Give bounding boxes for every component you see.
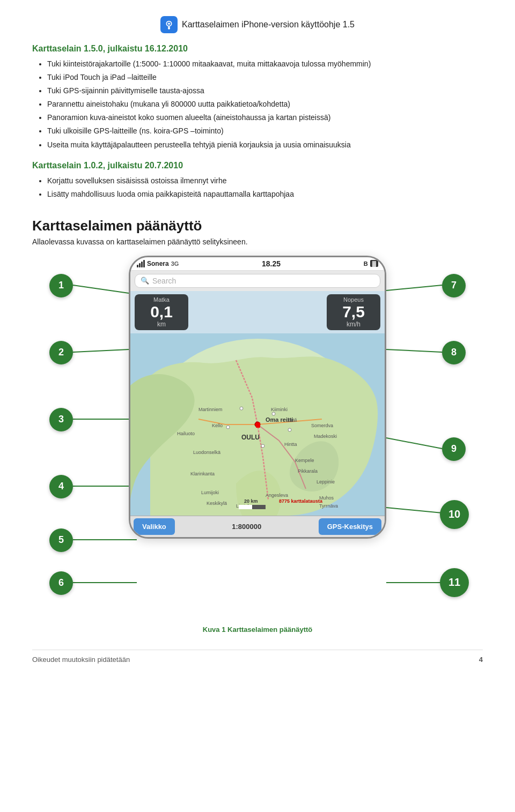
svg-text:Kello: Kello bbox=[212, 423, 223, 428]
svg-text:Tyrrnäva: Tyrrnäva bbox=[319, 503, 338, 509]
svg-line-8 bbox=[386, 285, 442, 290]
svg-line-10 bbox=[386, 438, 442, 449]
svg-line-9 bbox=[386, 349, 442, 352]
svg-text:Angesleva: Angesleva bbox=[266, 493, 288, 498]
search-bar-area: 🔍 Search bbox=[130, 271, 385, 291]
gps-keskitys-button[interactable]: GPS-Keskitys bbox=[319, 518, 381, 535]
footer-left-text: Oikeudet muutoksiin pidätetään bbox=[32, 655, 130, 664]
svg-line-11 bbox=[386, 508, 442, 513]
svg-text:OULU: OULU bbox=[241, 434, 260, 441]
svg-point-1 bbox=[168, 23, 170, 25]
list-item: Tuki ulkoisille GPS-laitteille (ns. koir… bbox=[47, 125, 483, 137]
status-time: 18.25 bbox=[262, 259, 281, 268]
phone-diagram: 1 2 3 4 5 6 7 8 9 10 11 bbox=[38, 256, 477, 620]
page-footer: Oikeudet muutoksiin pidätetään 4 bbox=[32, 650, 483, 664]
list-item: Korjattu sovelluksen sisäisissä ostoissa… bbox=[47, 175, 483, 187]
battery-icon: ▓ bbox=[370, 260, 378, 267]
svg-text:Kiiminki: Kiiminki bbox=[271, 407, 288, 412]
section1-list: Tuki kiinteistörajakartoille (1:5000- 1:… bbox=[47, 58, 483, 151]
svg-text:20 km: 20 km bbox=[244, 498, 258, 504]
number-5: 5 bbox=[49, 528, 73, 552]
section1-heading: Karttaselain 1.5.0, julkaistu 16.12.2010 bbox=[32, 44, 483, 54]
list-item: Tuki iPod Touch ja iPad –laitteille bbox=[47, 71, 483, 84]
number-10: 10 bbox=[440, 500, 469, 529]
matka-label: Matka bbox=[141, 296, 182, 303]
svg-rect-21 bbox=[256, 422, 260, 428]
number-7: 7 bbox=[442, 274, 466, 297]
section2-heading: Karttaselain 1.0.2, julkaistu 20.7.2010 bbox=[32, 161, 483, 170]
network-type: 3G bbox=[171, 260, 179, 267]
svg-text:Martinniem: Martinniem bbox=[198, 407, 223, 412]
search-bar[interactable]: 🔍 Search bbox=[135, 274, 380, 288]
list-item: Panoramion kuva-aineistot koko suomen al… bbox=[47, 111, 483, 124]
list-item: Lisätty mahdollisuus luoda omia paikkapi… bbox=[47, 188, 483, 200]
page-header-title: Karttaselaimen iPhone-version käyttöohje… bbox=[182, 20, 355, 29]
number-6: 6 bbox=[49, 571, 73, 595]
svg-text:Pikkarala: Pikkarala bbox=[298, 468, 318, 474]
svg-text:Somerdva: Somerdva bbox=[311, 423, 333, 428]
status-bar: Sonera 3G 18.25 B ▓ bbox=[130, 257, 385, 271]
main-section-subtext: Allaolevassa kuvassa on karttaselaimen p… bbox=[32, 237, 483, 246]
bluetooth-icon: B bbox=[364, 260, 368, 267]
list-item: Useita muita käyttäjäpalautteen perustee… bbox=[47, 139, 483, 151]
page-number: 4 bbox=[479, 655, 483, 664]
svg-rect-44 bbox=[239, 505, 252, 509]
number-8: 8 bbox=[442, 341, 466, 364]
search-icon: 🔍 bbox=[141, 277, 149, 285]
svg-text:8775 karttalatausta: 8775 karttalatausta bbox=[279, 498, 323, 504]
svg-text:Madekoski: Madekoski bbox=[314, 434, 337, 439]
svg-point-17 bbox=[272, 412, 275, 415]
figure-caption: Kuva 1 Karttaselaimen päänäyttö bbox=[32, 625, 483, 634]
svg-text:Hailuoto: Hailuoto bbox=[177, 431, 195, 436]
svg-point-20 bbox=[261, 444, 264, 448]
svg-text:Jääli: Jääli bbox=[287, 418, 297, 423]
bottom-bar: Valikko 1:800000 GPS-Keskitys bbox=[130, 516, 385, 537]
number-2: 2 bbox=[49, 341, 73, 364]
app-icon bbox=[160, 16, 178, 33]
map-area: Oma reitti OULU Martinniem Kello Kiimink… bbox=[130, 333, 385, 516]
list-item: Tuki GPS-sijainnin päivittymiselle taust… bbox=[47, 85, 483, 97]
svg-text:Hintta: Hintta bbox=[284, 442, 297, 447]
svg-point-18 bbox=[226, 426, 230, 429]
svg-point-16 bbox=[240, 407, 243, 410]
search-placeholder-text: Search bbox=[152, 277, 176, 285]
nopeus-unit: km/h bbox=[333, 321, 374, 328]
matka-box: Matka 0,1 km bbox=[135, 294, 188, 330]
phone-mockup: Sonera 3G 18.25 B ▓ 🔍 Search bbox=[129, 256, 386, 539]
number-11: 11 bbox=[440, 568, 469, 597]
svg-text:Keskikylä: Keskikylä bbox=[207, 501, 227, 506]
signal-bars bbox=[137, 260, 145, 267]
matka-unit: km bbox=[141, 321, 182, 328]
svg-line-2 bbox=[73, 285, 129, 293]
number-3: 3 bbox=[49, 408, 73, 431]
list-item: Tuki kiinteistörajakartoille (1:5000- 1:… bbox=[47, 58, 483, 70]
list-item: Parannettu aineistohaku (mukana yli 8000… bbox=[47, 98, 483, 110]
number-4: 4 bbox=[49, 475, 73, 498]
nopeus-value: 7,5 bbox=[333, 303, 374, 321]
svg-line-3 bbox=[73, 349, 129, 352]
carrier-name: Sonera bbox=[147, 260, 169, 267]
page-header: Karttaselaimen iPhone-version käyttöohje… bbox=[32, 16, 483, 33]
svg-text:Leppinie: Leppinie bbox=[317, 479, 335, 485]
scale-display: 1:800000 bbox=[232, 523, 261, 531]
svg-text:Klarinkanta: Klarinkanta bbox=[190, 471, 215, 476]
svg-point-19 bbox=[288, 428, 291, 431]
number-9: 9 bbox=[442, 437, 466, 461]
svg-text:Luodonselkä: Luodonselkä bbox=[193, 450, 220, 455]
section2-list: Korjattu sovelluksen sisäisissä ostoissa… bbox=[47, 175, 483, 200]
svg-text:Kempele: Kempele bbox=[295, 458, 314, 463]
nopeus-label: Nopeus bbox=[333, 296, 374, 303]
number-1: 1 bbox=[49, 274, 73, 297]
matka-value: 0,1 bbox=[141, 303, 182, 321]
svg-text:Lumijoki: Lumijoki bbox=[201, 490, 219, 495]
nopeus-box: Nopeus 7,5 km/h bbox=[327, 294, 380, 330]
valikko-button[interactable]: Valikko bbox=[134, 518, 175, 535]
main-section-heading: Karttaselaimen päänäyttö bbox=[32, 218, 483, 234]
